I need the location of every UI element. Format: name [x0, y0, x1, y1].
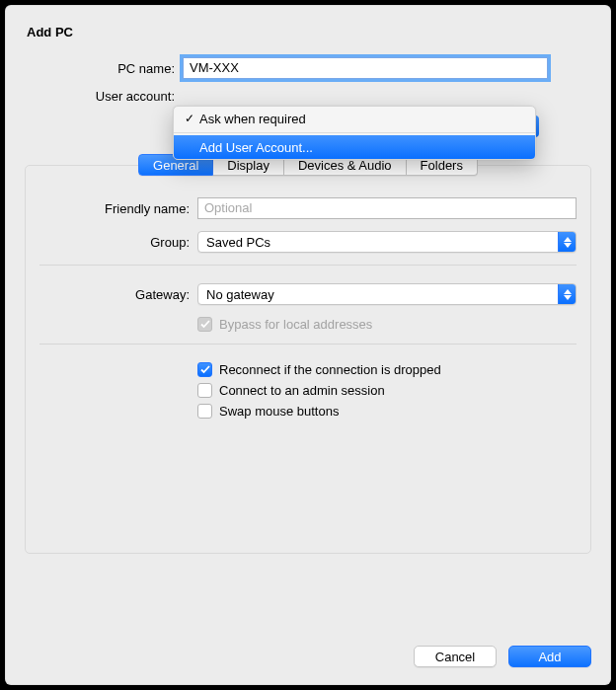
pc-name-input[interactable]: VM-XXX [183, 57, 548, 79]
svg-marker-0 [564, 237, 572, 242]
user-account-menu: ✓ Ask when required Add User Account... [173, 106, 536, 160]
swap-checkbox-row[interactable]: Swap mouse buttons [197, 404, 577, 419]
bypass-label: Bypass for local addresses [219, 317, 372, 332]
admin-checkbox-row[interactable]: Connect to an admin session [197, 383, 577, 398]
friendly-name-input[interactable]: Optional [197, 197, 577, 219]
add-pc-sheet: Add PC PC name: VM-XXX User account: ✓ A… [5, 5, 611, 685]
divider [39, 265, 577, 266]
pc-name-row: PC name: VM-XXX [25, 57, 591, 79]
user-account-label: User account: [25, 89, 183, 104]
reconnect-label: Reconnect if the connection is dropped [219, 362, 441, 377]
add-button[interactable]: Add [508, 646, 591, 667]
svg-marker-3 [564, 295, 572, 300]
menu-item-ask-when-required[interactable]: ✓ Ask when required [174, 107, 535, 130]
admin-label: Connect to an admin session [219, 383, 385, 398]
admin-checkbox[interactable] [197, 383, 212, 398]
updown-icon [558, 284, 576, 304]
reconnect-checkbox[interactable] [197, 362, 212, 377]
reconnect-checkbox-row[interactable]: Reconnect if the connection is dropped [197, 362, 577, 377]
swap-label: Swap mouse buttons [219, 404, 339, 419]
menu-separator [174, 132, 535, 133]
friendly-name-label: Friendly name: [39, 201, 197, 216]
group-label: Group: [39, 235, 197, 250]
group-dropdown[interactable]: Saved PCs [197, 231, 577, 253]
sheet-title: Add PC [27, 25, 591, 39]
checkmark-icon: ✓ [182, 112, 197, 125]
menu-item-add-user-account[interactable]: Add User Account... [174, 135, 535, 159]
updown-icon [558, 232, 576, 252]
swap-checkbox[interactable] [197, 404, 212, 419]
bypass-checkbox [197, 317, 212, 332]
panel-body: Friendly name: Optional Group: Saved PCs [26, 176, 590, 553]
gateway-dropdown[interactable]: No gateway [197, 283, 577, 305]
divider [39, 344, 577, 345]
footer-buttons: Cancel Add [414, 646, 591, 667]
svg-marker-1 [564, 243, 572, 248]
user-account-row: User account: [25, 89, 591, 104]
pc-name-label: PC name: [25, 61, 183, 76]
gateway-label: Gateway: [39, 287, 197, 302]
settings-panel: General Display Devices & Audio Folders … [25, 165, 591, 554]
bypass-checkbox-row: Bypass for local addresses [197, 317, 577, 332]
cancel-button[interactable]: Cancel [414, 646, 497, 667]
svg-marker-2 [564, 289, 572, 294]
